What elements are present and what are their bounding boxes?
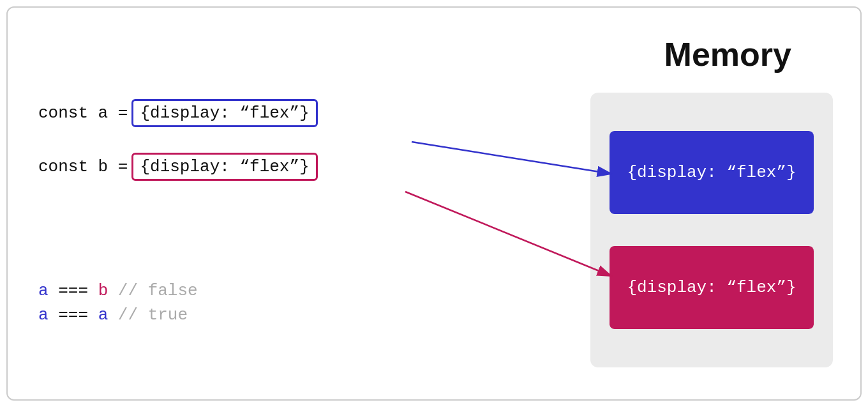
code-b-prefix: const b = — [38, 157, 128, 176]
code-line-a: const a = {display: “flex”} — [38, 99, 318, 127]
comp1-comment: // false — [118, 281, 198, 300]
comparison-line-1: a === b // false — [38, 281, 198, 300]
memory-panel: {display: “flex”} {display: “flex”} — [590, 93, 833, 367]
code-section: const a = {display: “flex”} const b = {d… — [38, 99, 318, 187]
comp1-var2: b — [98, 281, 108, 300]
memory-block-pink-text: {display: “flex”} — [627, 278, 796, 297]
comp1-var1: a — [38, 281, 49, 300]
memory-block-pink: {display: “flex”} — [610, 246, 814, 329]
code-b-value: {display: “flex”} — [131, 153, 317, 181]
memory-block-blue-text: {display: “flex”} — [627, 163, 796, 182]
code-a-value: {display: “flex”} — [131, 99, 317, 127]
code-a-prefix: const a = — [38, 104, 128, 123]
comp2-var2: a — [98, 305, 108, 325]
comp2-op: === — [58, 305, 98, 325]
comp1-op: === — [58, 281, 98, 300]
code-line-b: const b = {display: “flex”} — [38, 153, 318, 181]
comp2-comment: // true — [118, 305, 188, 325]
page-title: Memory — [664, 35, 791, 73]
memory-block-blue: {display: “flex”} — [610, 131, 814, 214]
comp2-var1: a — [38, 305, 49, 325]
comparison-section: a === b // false a === a // true — [38, 281, 198, 330]
comparison-line-2: a === a // true — [38, 305, 198, 325]
